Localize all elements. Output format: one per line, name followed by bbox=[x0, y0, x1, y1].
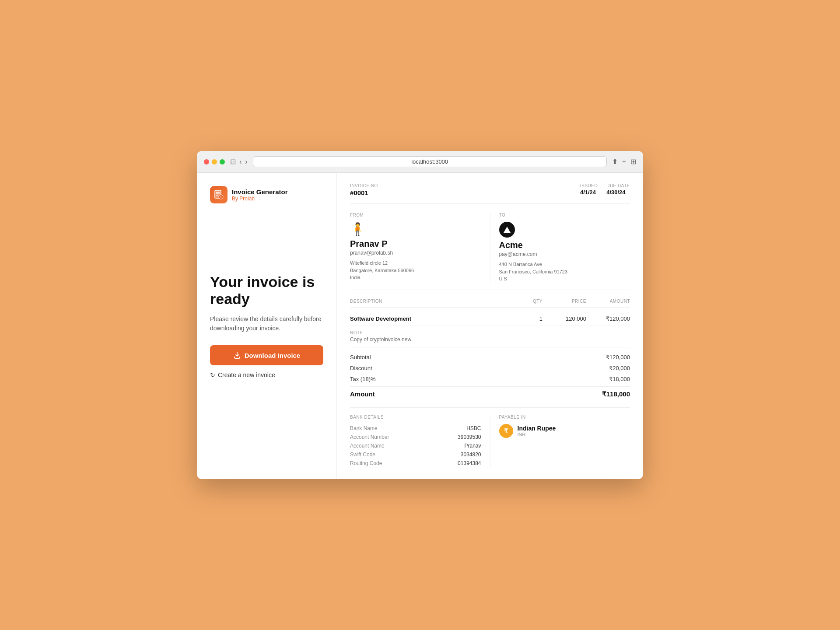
subtotal-label: Subtotal bbox=[350, 354, 371, 360]
items-section: DESCRIPTION QTY PRICE AMOUNT Software De… bbox=[350, 299, 630, 326]
due-date-block: DUE DATE 4/30/24 bbox=[606, 183, 630, 196]
invoice-ready-section: Your invoice is ready Please review the … bbox=[210, 273, 323, 378]
to-label: TO bbox=[499, 213, 630, 217]
forward-icon[interactable]: › bbox=[245, 158, 247, 166]
account-name-label: Account Name bbox=[350, 443, 385, 449]
recipient-avatar bbox=[499, 222, 515, 238]
bank-name-row: Bank Name HSBC bbox=[350, 424, 481, 433]
extensions-icon[interactable]: ⊞ bbox=[630, 158, 636, 166]
col-amount-header: AMOUNT bbox=[586, 299, 630, 304]
col-description-header: DESCRIPTION bbox=[350, 299, 508, 304]
refresh-icon: ↻ bbox=[210, 371, 215, 378]
items-header: DESCRIPTION QTY PRICE AMOUNT bbox=[350, 299, 630, 308]
bank-name-value: HSBC bbox=[466, 425, 481, 431]
account-name-value: Pranav bbox=[464, 443, 481, 449]
minimize-button[interactable] bbox=[212, 159, 217, 164]
sidebar-toggle-icon[interactable]: ⊡ bbox=[230, 158, 236, 166]
browser-window: ⊡ ‹ › localhost:3000 ⬆ + ⊞ bbox=[197, 151, 643, 479]
note-section: Note Copy of cryptoinvoice.new bbox=[350, 330, 630, 347]
item-price: 120,000 bbox=[542, 315, 586, 322]
payable-label: PAYABLE IN bbox=[499, 415, 630, 420]
discount-label: Discount bbox=[350, 365, 372, 371]
col-price-header: PRICE bbox=[542, 299, 586, 304]
account-no-value: 39039530 bbox=[458, 434, 481, 440]
from-label: FROM bbox=[350, 213, 481, 217]
col-qty-header: QTY bbox=[508, 299, 542, 304]
routing-value: 01394384 bbox=[458, 460, 481, 466]
bank-name-label: Bank Name bbox=[350, 425, 378, 431]
dates-block: ISSUED 4/1/24 DUE DATE 4/30/24 bbox=[580, 183, 630, 196]
note-label: Note bbox=[350, 330, 630, 335]
download-icon bbox=[233, 351, 241, 359]
totals-section: Subtotal ₹120,000 Discount ₹20,000 Tax (… bbox=[350, 352, 630, 400]
recipient-name: Acme bbox=[499, 240, 630, 250]
currency-icon: ₹ bbox=[499, 424, 513, 438]
invoice-no-block: INVOICE NO #0001 bbox=[350, 183, 378, 196]
currency-code: INR bbox=[518, 432, 556, 437]
due-value: 4/30/24 bbox=[606, 189, 630, 196]
share-icon[interactable]: ⬆ bbox=[612, 158, 618, 166]
sender-name: Pranav P bbox=[350, 239, 481, 249]
payable-section: PAYABLE IN ₹ Indian Rupee INR bbox=[490, 415, 630, 468]
bank-label: BANK DETAILS bbox=[350, 415, 481, 420]
app-name: Invoice Generator bbox=[232, 188, 288, 196]
amount-value: ₹118,000 bbox=[602, 390, 630, 398]
browser-traffic-lights bbox=[204, 159, 225, 164]
discount-row: Discount ₹20,000 bbox=[350, 363, 630, 374]
item-description: Software Development bbox=[350, 315, 508, 322]
url-bar[interactable]: localhost:3000 bbox=[253, 156, 607, 167]
close-button[interactable] bbox=[204, 159, 209, 164]
from-to-row: FROM 🧍 Pranav P pranav@prolab.sh Witefie… bbox=[350, 213, 630, 290]
discount-value: ₹20,000 bbox=[609, 365, 630, 371]
issued-label: ISSUED bbox=[580, 183, 598, 188]
browser-actions: ⬆ + ⊞ bbox=[612, 158, 636, 166]
due-label: DUE DATE bbox=[606, 183, 630, 188]
new-invoice-label: Create a new invoice bbox=[218, 371, 275, 378]
amount-label: Amount bbox=[350, 390, 375, 398]
maximize-button[interactable] bbox=[220, 159, 225, 164]
invoice-no-value: #0001 bbox=[350, 189, 378, 196]
invoice-header-row: INVOICE NO #0001 ISSUED 4/1/24 DUE DATE … bbox=[350, 183, 630, 204]
line-item: Software Development 1 120,000 ₹120,000 bbox=[350, 312, 630, 326]
sender-address: Witefield circle 12 Bangalore, Karnataka… bbox=[350, 259, 481, 281]
left-panel: Invoice Generator By Prolab Your invoice… bbox=[197, 173, 337, 479]
app-by: By Prolab bbox=[232, 196, 288, 202]
swift-label: Swift Code bbox=[350, 452, 375, 458]
invoice-panel: INVOICE NO #0001 ISSUED 4/1/24 DUE DATE … bbox=[337, 173, 643, 479]
currency-badge: ₹ Indian Rupee INR bbox=[499, 424, 630, 438]
avatar-triangle-icon bbox=[504, 227, 511, 233]
sender-avatar: 🧍 bbox=[350, 222, 481, 236]
bank-section: BANK DETAILS Bank Name HSBC Account Numb… bbox=[350, 415, 490, 468]
account-no-label: Account Number bbox=[350, 434, 389, 440]
tax-row: Tax (18)% ₹18,000 bbox=[350, 374, 630, 385]
new-tab-icon[interactable]: + bbox=[622, 158, 626, 166]
routing-label: Routing Code bbox=[350, 460, 382, 466]
account-name-row: Account Name Pranav bbox=[350, 441, 481, 450]
swift-row: Swift Code 3034820 bbox=[350, 450, 481, 459]
svg-point-7 bbox=[220, 197, 221, 198]
tax-value: ₹18,000 bbox=[609, 376, 630, 382]
account-no-row: Account Number 39039530 bbox=[350, 433, 481, 441]
invoice-ready-subtitle: Please review the details carefully befo… bbox=[210, 315, 323, 333]
app-icon bbox=[210, 186, 228, 203]
swift-value: 3034820 bbox=[461, 452, 481, 458]
issued-date-block: ISSUED 4/1/24 bbox=[580, 183, 598, 196]
app-title-block: Invoice Generator By Prolab bbox=[232, 188, 288, 202]
routing-row: Routing Code 01394384 bbox=[350, 459, 481, 468]
subtotal-value: ₹120,000 bbox=[606, 354, 630, 360]
tax-label: Tax (18)% bbox=[350, 376, 376, 382]
to-block: TO Acme pay@acme.com 440 N Barranca Ave … bbox=[490, 213, 630, 283]
download-invoice-button[interactable]: Download Invoice bbox=[210, 345, 323, 365]
new-invoice-button[interactable]: ↻ Create a new invoice bbox=[210, 371, 275, 378]
bottom-row: BANK DETAILS Bank Name HSBC Account Numb… bbox=[350, 407, 630, 468]
browser-nav: ⊡ ‹ › bbox=[230, 158, 248, 166]
note-value: Copy of cryptoinvoice.new bbox=[350, 336, 630, 343]
issued-value: 4/1/24 bbox=[580, 189, 598, 196]
recipient-address: 440 N Barranca Ave San Francisco, Califo… bbox=[499, 261, 630, 283]
invoice-ready-title: Your invoice is ready bbox=[210, 273, 323, 308]
amount-row: Amount ₹118,000 bbox=[350, 386, 630, 400]
item-amount: ₹120,000 bbox=[586, 315, 630, 322]
back-icon[interactable]: ‹ bbox=[239, 158, 242, 166]
currency-info: Indian Rupee INR bbox=[518, 425, 556, 437]
from-block: FROM 🧍 Pranav P pranav@prolab.sh Witefie… bbox=[350, 213, 490, 283]
